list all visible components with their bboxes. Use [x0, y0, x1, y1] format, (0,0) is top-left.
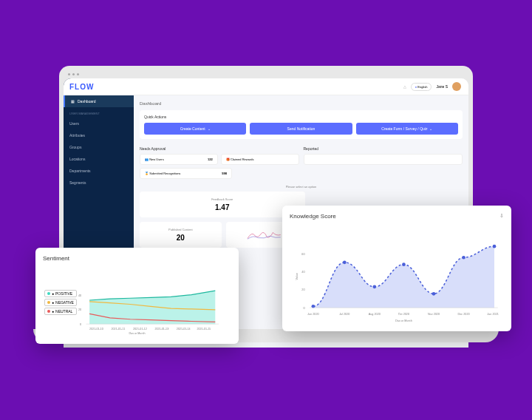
sidebar-section-header: User Management: [64, 107, 134, 118]
quick-actions-title: Quick Actions: [144, 115, 458, 119]
svg-text:Value: Value: [296, 273, 299, 280]
svg-text:Day or Month: Day or Month: [129, 332, 145, 334]
svg-text:40: 40: [78, 294, 81, 297]
sidebar-item-groups[interactable]: Groups: [64, 141, 134, 153]
avatar[interactable]: [452, 82, 461, 91]
svg-text:Nov 2020: Nov 2020: [428, 313, 440, 316]
download-icon[interactable]: ⇩: [499, 213, 504, 219]
reported-card[interactable]: [304, 154, 463, 165]
page-title: Dashboard: [140, 101, 463, 106]
knowledge-title: Knowledge Score: [290, 213, 504, 220]
knowledge-svg: 0 20 40 60 Value Jun 2020 Jul 2020 Aug 2…: [290, 224, 504, 322]
svg-text:2021-01-13: 2021-01-13: [154, 328, 168, 331]
svg-text:2021-01-10: 2021-01-10: [89, 328, 103, 331]
svg-text:2021-01-11: 2021-01-11: [112, 328, 126, 331]
send-notification-button[interactable]: Send Notification: [250, 123, 352, 135]
svg-text:20: 20: [301, 288, 304, 291]
svg-point-11: [312, 305, 316, 308]
chevron-down-icon: ⌄: [429, 126, 432, 131]
submitted-count: 598: [222, 172, 227, 175]
svg-text:2021-01-12: 2021-01-12: [133, 328, 147, 331]
svg-text:Aug 2020: Aug 2020: [369, 313, 381, 316]
gift-icon: 🎁: [226, 158, 230, 161]
svg-point-14: [402, 262, 406, 266]
sidebar-item-departments[interactable]: Departments: [64, 165, 134, 177]
reported-title: Reported: [304, 146, 463, 151]
svg-text:2021-01-14: 2021-01-14: [177, 328, 191, 331]
svg-point-12: [343, 261, 347, 265]
svg-text:Jul 2020: Jul 2020: [339, 313, 349, 316]
published-label: Published Content: [146, 228, 216, 231]
submitted-recognitions-card[interactable]: 🏅 Submitted Recognitions 598: [140, 168, 232, 179]
sentiment-title: Sentiment: [43, 255, 231, 262]
sidebar-item-users[interactable]: Users: [64, 118, 134, 129]
new-users-count: 122: [208, 158, 213, 161]
svg-text:Jan 2021: Jan 2021: [487, 313, 499, 316]
svg-text:Dec 2020: Dec 2020: [457, 313, 469, 316]
svg-text:Jun 2020: Jun 2020: [307, 313, 319, 316]
badge-icon: 🏅: [145, 172, 149, 175]
svg-point-15: [432, 292, 436, 296]
create-content-button[interactable]: Create Content⌄: [144, 123, 246, 135]
sentiment-legend: ● POSITIVE ● NEGATIVE ● NEUTRAL: [44, 290, 77, 316]
new-users-card[interactable]: 👥 New Users 122: [140, 154, 218, 165]
sidebar-label: Dashboard: [78, 99, 95, 104]
sidebar-item-segments[interactable]: Segments: [64, 177, 134, 189]
knowledge-chart-card: Knowledge Score ⇩ 0 20 40 60 Value Jun 2…: [282, 206, 511, 331]
svg-text:0: 0: [80, 323, 81, 326]
claimed-rewards-card[interactable]: 🎁 Claimed Rewards: [221, 154, 299, 165]
needs-approval-title: Needs Approval: [140, 146, 299, 151]
quick-actions-panel: Quick Actions Create Content⌄ Send Notif…: [140, 110, 463, 139]
sidebar-item-locations[interactable]: Locations: [64, 153, 134, 165]
users-icon: 👥: [145, 158, 149, 161]
published-content-card: Published Content 20: [140, 222, 222, 248]
window-controls: [64, 70, 468, 78]
svg-text:Oct 2020: Oct 2020: [398, 313, 409, 316]
svg-text:Day or Month: Day or Month: [395, 319, 412, 322]
svg-text:40: 40: [301, 271, 304, 274]
published-value: 20: [146, 234, 216, 242]
feedback-label: Feedback Score: [146, 197, 299, 201]
user-name: Jane S: [436, 84, 448, 89]
topbar: △ ● English Jane S: [134, 78, 468, 95]
grid-icon: ▦: [71, 99, 75, 104]
select-hint: Please select an option: [140, 185, 463, 189]
knowledge-chart: 0 20 40 60 Value Jun 2020 Jul 2020 Aug 2…: [290, 224, 504, 322]
sidebar-item-attributes[interactable]: Attributes: [64, 129, 134, 141]
svg-point-16: [462, 256, 466, 260]
brand-logo: FLOW: [64, 78, 134, 95]
sentiment-chart-card: Sentiment ● POSITIVE ● NEGATIVE ● NEUTRA…: [35, 248, 239, 344]
svg-text:20: 20: [78, 308, 81, 311]
feedback-score-card: Feedback Score 1.47: [140, 192, 305, 217]
svg-point-17: [493, 245, 497, 248]
svg-point-13: [372, 285, 376, 289]
sentiment-chart: ● POSITIVE ● NEGATIVE ● NEUTRAL 2021-01-…: [43, 266, 231, 334]
svg-text:0: 0: [303, 307, 304, 310]
bell-icon[interactable]: △: [403, 84, 406, 89]
svg-text:60: 60: [301, 253, 304, 256]
sidebar-item-dashboard[interactable]: ▦ Dashboard: [64, 95, 134, 107]
create-form-button[interactable]: Create Form / Survey / Quiz⌄: [356, 123, 458, 135]
chevron-down-icon: ⌄: [208, 126, 211, 131]
language-selector[interactable]: ● English: [411, 83, 432, 91]
svg-text:2021-01-15: 2021-01-15: [197, 328, 211, 331]
feedback-value: 1.47: [146, 203, 299, 211]
